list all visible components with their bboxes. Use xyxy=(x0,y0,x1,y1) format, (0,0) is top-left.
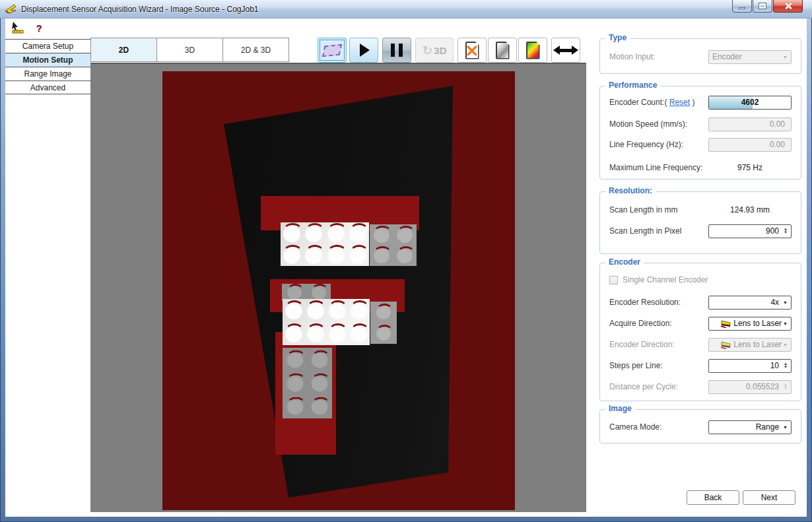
reset-link[interactable]: Reset xyxy=(669,98,690,107)
pause-icon xyxy=(391,44,403,57)
mini-toolbar: ? xyxy=(11,21,46,34)
scan-viewport[interactable] xyxy=(90,64,586,512)
help-button[interactable]: ? xyxy=(32,21,46,34)
group-resolution: Resolution: Scan Length in mm 124.93 mm … xyxy=(599,191,801,254)
group-title-encoder: Encoder xyxy=(605,257,644,267)
minimize-button[interactable] xyxy=(732,0,752,13)
rainbow-page-icon xyxy=(526,42,540,59)
scan-length-px-spinner[interactable]: 900 ▲▼ xyxy=(708,224,792,238)
spinner-arrows-icon[interactable]: ▲▼ xyxy=(784,228,788,234)
scan-length-mm-value: 124.93 mm xyxy=(708,205,792,214)
maximize-button[interactable] xyxy=(753,0,772,13)
group-title-performance: Performance xyxy=(605,81,660,90)
max-line-frequency-value: 975 Hz xyxy=(708,163,792,172)
region-select-icon xyxy=(322,44,342,57)
sensor-direction-icon xyxy=(720,341,731,349)
app-icon xyxy=(5,4,17,14)
close-icon xyxy=(784,2,792,10)
camera-mode-label: Camera Mode: xyxy=(609,422,661,432)
chevron-down-icon: ▼ xyxy=(783,343,788,347)
scan-length-mm-label: Scan Length in mm xyxy=(609,205,677,214)
calibration-tool-button[interactable] xyxy=(11,21,25,34)
encoder-direction-label: Encoder Direction: xyxy=(609,340,675,349)
camera-mode-dropdown[interactable]: Range ▼ xyxy=(708,420,792,434)
maximize-icon xyxy=(759,3,766,9)
tab-2d[interactable]: 2D xyxy=(90,38,157,62)
single-channel-checkbox[interactable] xyxy=(609,276,618,284)
chevron-down-icon: ▼ xyxy=(783,425,788,430)
grayscale-page-icon xyxy=(496,42,510,59)
encoder-direction-dropdown[interactable]: Lens to Laser ▼ xyxy=(708,338,792,352)
sidebar-item-range-image[interactable]: Range Image xyxy=(5,67,90,81)
motion-speed-field: 0.00 xyxy=(708,117,792,131)
spinner-arrows-icon[interactable]: ▲▼ xyxy=(784,362,788,369)
lego-brick xyxy=(370,302,397,344)
wizard-window: Displacement Sensor Acquisition Wizard -… xyxy=(0,0,812,522)
sidebar-item-motion-setup[interactable]: Motion Setup xyxy=(5,53,90,67)
window-title: Displacement Sensor Acquisition Wizard -… xyxy=(21,5,259,14)
play-button[interactable] xyxy=(349,38,378,63)
group-title-type: Type xyxy=(605,33,630,42)
next-button[interactable]: Next xyxy=(743,490,795,505)
group-encoder: Encoder Single Channel Encoder Encoder R… xyxy=(599,263,801,401)
ruler-pointer-icon xyxy=(11,22,24,34)
sensor-direction-icon xyxy=(720,319,731,328)
sidebar-item-camera-setup[interactable]: Camera Setup xyxy=(5,39,90,53)
play-icon xyxy=(360,44,370,57)
help-icon: ? xyxy=(36,22,42,34)
motion-input-label: Motion Input: xyxy=(609,52,655,61)
refresh-icon: ↻ xyxy=(422,43,432,58)
single-channel-label: Single Channel Encoder xyxy=(623,275,708,284)
spinner-arrows-icon: ▲▼ xyxy=(784,383,788,390)
group-title-image: Image xyxy=(605,404,635,413)
chevron-down-icon: ▼ xyxy=(783,300,788,305)
region-select-button[interactable] xyxy=(318,38,347,63)
update-3d-label: 3D xyxy=(434,45,446,56)
lego-brick xyxy=(281,222,369,266)
window-content: ? Camera Setup Motion Setup Range Image … xyxy=(5,18,807,517)
scan-length-px-label: Scan Length in Pixel xyxy=(609,226,681,236)
title-bar[interactable]: Displacement Sensor Acquisition Wizard -… xyxy=(0,0,812,18)
back-button[interactable]: Back xyxy=(687,490,739,505)
chevron-down-icon: ▼ xyxy=(783,55,788,59)
max-line-frequency-label: Maximum Line Frequency: xyxy=(609,163,702,172)
distance-per-cycle-spinner: 0.055523 ▲▼ xyxy=(708,380,792,394)
grayscale-render-button[interactable] xyxy=(488,38,517,63)
encoder-count-field[interactable]: 4602 xyxy=(708,96,792,110)
group-image: Image Camera Mode: Range ▼ xyxy=(599,409,801,443)
sidebar-item-advanced[interactable]: Advanced xyxy=(5,81,90,94)
tab-3d[interactable]: 3D xyxy=(156,38,223,62)
wizard-nav: Camera Setup Motion Setup Range Image Ad… xyxy=(5,39,90,94)
settings-panel: Type Motion Input: Encoder ▼ Performance… xyxy=(594,18,807,517)
distance-per-cycle-label: Distance per Cycle: xyxy=(609,382,678,391)
horizontal-arrow-icon xyxy=(553,44,578,56)
steps-per-line-spinner[interactable]: 10 ▲▼ xyxy=(708,359,792,373)
line-frequency-label: Line Frequency (Hz): xyxy=(609,140,683,149)
no-render-button[interactable]: ✕ xyxy=(457,38,487,63)
group-performance: Performance Encoder Count:( Reset ) 4602… xyxy=(599,86,801,179)
update-3d-button[interactable]: ↻ 3D xyxy=(415,38,454,63)
motion-speed-label: Motion Speed (mm/s): xyxy=(609,119,687,129)
motion-input-dropdown[interactable]: Encoder ▼ xyxy=(708,50,792,64)
tab-2d-and-3d[interactable]: 2D & 3D xyxy=(222,38,289,62)
lego-brick xyxy=(283,348,332,418)
fit-width-button[interactable] xyxy=(551,38,580,63)
encoder-resolution-dropdown[interactable]: 4x ▼ xyxy=(708,296,792,310)
acquire-direction-label: Acquire Direction: xyxy=(609,319,672,328)
acquire-direction-dropdown[interactable]: Lens to Laser ▼ xyxy=(708,317,792,331)
acquisition-toolbar: ↻ 3D ✕ xyxy=(318,38,580,63)
close-button[interactable] xyxy=(773,0,803,13)
steps-per-line-label: Steps per Line: xyxy=(609,361,663,370)
orange-x-icon: ✕ xyxy=(465,43,479,59)
minimize-icon xyxy=(739,7,745,9)
lego-brick xyxy=(283,299,370,345)
color-render-button[interactable] xyxy=(518,38,547,63)
chevron-down-icon: ▼ xyxy=(783,321,788,326)
group-type: Type Motion Input: Encoder ▼ xyxy=(599,38,801,74)
pause-button[interactable] xyxy=(382,38,411,63)
lego-brick xyxy=(370,224,417,266)
encoder-resolution-label: Encoder Resolution: xyxy=(609,298,681,307)
line-frequency-field: 0.00 xyxy=(708,138,792,152)
view-tabs: 2D 3D 2D & 3D xyxy=(90,38,289,62)
encoder-count-label: Encoder Count:( Reset ) xyxy=(609,98,694,107)
